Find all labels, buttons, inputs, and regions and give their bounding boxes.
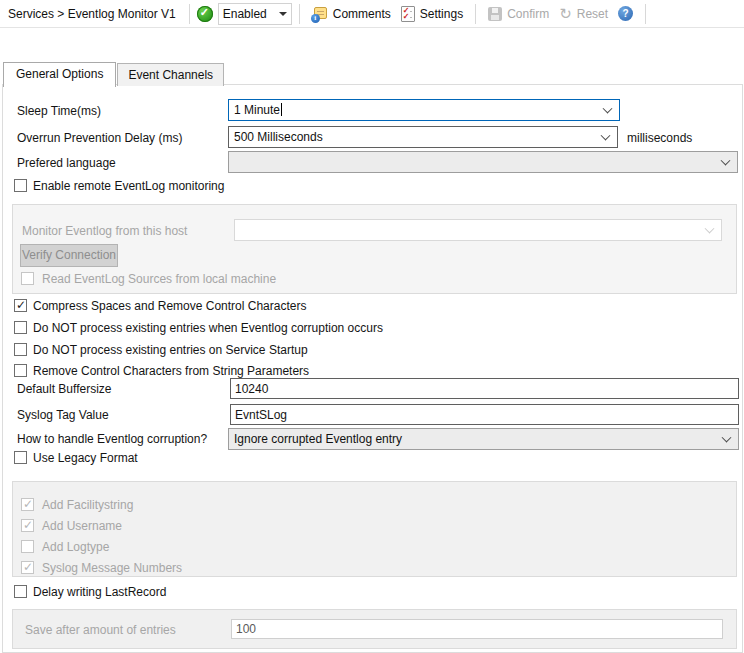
overrun-delay-label: Overrun Prevention Delay (ms) <box>17 131 182 145</box>
status-dropdown-value: Enabled <box>223 7 279 21</box>
tab-strip: General Options Event Channels <box>3 62 225 86</box>
use-legacy-checkbox[interactable] <box>14 451 27 464</box>
legacy-format-group: Add Facilitystring Add Username Add Logt… <box>12 481 737 577</box>
general-options-page: Sleep Time(ms) 1 Minute Overrun Preventi… <box>2 84 743 653</box>
help-icon: ? <box>618 6 633 21</box>
add-username-label: Add Username <box>42 519 122 533</box>
syslog-message-numbers-label: Syslog Message Numbers <box>42 561 182 575</box>
tab-general-options[interactable]: General Options <box>3 62 116 87</box>
corruption-handling-label: How to handle Eventlog corruption? <box>17 432 207 446</box>
remove-control-chars-label: Remove Control Characters from String Pa… <box>33 364 309 378</box>
save-after-input <box>231 619 723 639</box>
chevron-down-icon <box>705 224 715 234</box>
settings-button[interactable]: ✓✓ Settings <box>396 4 468 24</box>
add-facilitystring-checkbox <box>21 498 34 511</box>
tab-event-channels[interactable]: Event Channels <box>117 63 224 86</box>
save-after-group: Save after amount of entries <box>12 609 737 649</box>
delay-writing-checkbox[interactable] <box>14 585 27 598</box>
buffersize-label: Default Buffersize <box>17 382 112 396</box>
toolbar: Services > Eventlog Monitor V1 Enabled i… <box>0 0 744 28</box>
preferred-language-combo[interactable] <box>228 151 738 173</box>
verify-connection-button: Verify Connection <box>20 244 118 267</box>
read-sources-label: Read EventLog Sources from local machine <box>42 272 276 286</box>
help-button[interactable]: ? <box>613 4 638 23</box>
sleep-time-label: Sleep Time(ms) <box>17 104 101 118</box>
comments-button[interactable]: i Comments <box>307 4 396 24</box>
corruption-handling-value: Ignore corrupted Eventlog entry <box>234 432 402 446</box>
syslog-tag-label: Syslog Tag Value <box>17 408 109 422</box>
no-process-startup-checkbox[interactable] <box>14 343 27 356</box>
chevron-down-icon <box>279 12 287 16</box>
chevron-down-icon <box>721 156 731 166</box>
sleep-time-combo[interactable]: 1 Minute <box>228 99 620 121</box>
toolbar-separator <box>475 4 476 24</box>
remote-monitoring-group: Monitor Eventlog from this host Verify C… <box>12 204 737 294</box>
add-logtype-label: Add Logtype <box>42 540 109 554</box>
chevron-down-icon <box>603 104 613 114</box>
add-logtype-checkbox <box>21 540 34 553</box>
compress-spaces-checkbox[interactable] <box>14 299 27 312</box>
settings-icon: ✓✓ <box>401 6 415 22</box>
chevron-down-icon <box>722 433 732 443</box>
sleep-time-value: 1 Minute <box>234 103 280 117</box>
no-process-corruption-label: Do NOT process existing entries when Eve… <box>33 321 383 335</box>
reset-button-label: Reset <box>577 7 608 21</box>
enable-remote-label: Enable remote EventLog monitoring <box>33 179 224 193</box>
chevron-down-icon <box>601 131 611 141</box>
buffersize-input[interactable] <box>230 378 739 399</box>
text-caret <box>281 103 282 116</box>
syslog-message-numbers-checkbox <box>21 561 34 574</box>
reset-button: ↻ Reset <box>554 4 613 23</box>
comments-icon: i <box>312 6 328 22</box>
status-enabled-icon <box>197 6 213 22</box>
status-dropdown[interactable]: Enabled <box>218 3 292 25</box>
add-username-checkbox <box>21 519 34 532</box>
remove-control-chars-checkbox[interactable] <box>14 364 27 377</box>
overrun-delay-combo[interactable]: 500 Milliseconds <box>228 126 618 148</box>
delay-writing-label: Delay writing LastRecord <box>33 585 166 599</box>
reset-icon: ↻ <box>559 6 572 21</box>
confirm-button-label: Confirm <box>507 7 549 21</box>
comments-button-label: Comments <box>333 7 391 21</box>
settings-button-label: Settings <box>420 7 463 21</box>
monitor-host-label: Monitor Eventlog from this host <box>22 224 187 238</box>
confirm-button: Confirm <box>483 5 554 23</box>
read-sources-checkbox <box>21 272 34 285</box>
monitor-host-combo <box>234 219 722 241</box>
use-legacy-label: Use Legacy Format <box>33 451 138 465</box>
toolbar-separator <box>299 4 300 24</box>
overrun-delay-value: 500 Milliseconds <box>234 130 323 144</box>
add-facilitystring-label: Add Facilitystring <box>42 498 133 512</box>
syslog-tag-input[interactable] <box>230 404 739 425</box>
corruption-handling-combo[interactable]: Ignore corrupted Eventlog entry <box>228 428 739 450</box>
toolbar-separator <box>645 4 646 24</box>
no-process-startup-label: Do NOT process existing entries on Servi… <box>33 343 308 357</box>
compress-spaces-label: Compress Spaces and Remove Control Chara… <box>33 299 306 313</box>
no-process-corruption-checkbox[interactable] <box>14 321 27 334</box>
toolbar-separator <box>189 4 190 24</box>
overrun-delay-suffix: milliseconds <box>627 131 692 145</box>
save-icon <box>488 7 502 21</box>
enable-remote-checkbox[interactable] <box>14 179 27 192</box>
breadcrumb: Services > Eventlog Monitor V1 <box>8 7 176 21</box>
save-after-label: Save after amount of entries <box>25 623 176 637</box>
preferred-language-label: Prefered language <box>17 156 116 170</box>
